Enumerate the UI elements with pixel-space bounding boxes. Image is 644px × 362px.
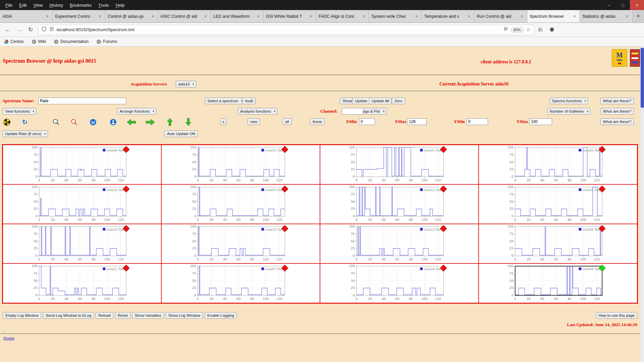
tab-statistics-aidas[interactable]: Statistics @ aidas× xyxy=(580,10,633,22)
tab-close-icon[interactable]: × xyxy=(572,14,577,19)
multi-button[interactable]: multi xyxy=(242,98,256,104)
tab-close-icon[interactable]: × xyxy=(97,14,103,19)
what-are-these-button-3[interactable]: What are these? xyxy=(600,118,634,125)
gallery-cell-aida02[interactable]: 0255075100020406080100120aida02 Rate xyxy=(479,145,637,184)
forward-icon[interactable]: → xyxy=(14,25,24,35)
analysis-functions-dropdown[interactable]: Analysis functions xyxy=(238,108,277,115)
gallery-cell-aida12[interactable]: 0255075100020406080100120aida12 Rate xyxy=(320,184,479,224)
tab-close-icon[interactable]: × xyxy=(203,14,208,19)
x-button[interactable]: x xyxy=(220,118,226,125)
all-button[interactable]: all xyxy=(282,118,292,125)
bookmark-documentation[interactable]: Documentation xyxy=(54,39,89,44)
new-tab-button[interactable]: + xyxy=(633,10,644,22)
maximize-button[interactable]: □ xyxy=(616,0,630,10)
arrow-down-icon[interactable] xyxy=(183,118,193,126)
url-bar[interactable]: localhost:8015/Spectrum/Spectrum.tml 80%… xyxy=(38,25,534,35)
zoom-level-badge[interactable]: 80% xyxy=(511,27,524,33)
empty-log-window-button[interactable]: Empty Log Window xyxy=(3,312,41,319)
red-zoom-icon[interactable] xyxy=(69,118,79,126)
tab-experiment-contro[interactable]: Experiment Contro× xyxy=(53,10,105,22)
show-variables-button[interactable]: Show Variables xyxy=(132,312,164,319)
tab-asic-control-aid[interactable]: ASIC Control @ aid× xyxy=(158,10,211,22)
tab-system-wide-chec[interactable]: System wide Chec× xyxy=(369,10,422,22)
linear-button[interactable]: linear xyxy=(310,118,325,125)
gallery-cell-aida08[interactable]: 0255075100020406080100120aida08 Rate xyxy=(479,263,637,303)
minimize-button[interactable]: – xyxy=(602,0,616,10)
reset-button[interactable]: Reset xyxy=(115,312,130,319)
spectrum-name-input[interactable] xyxy=(38,98,126,104)
home-link[interactable]: Home xyxy=(3,336,14,341)
arrange-functions-dropdown[interactable]: Arrange functions xyxy=(117,108,156,115)
xmin-input[interactable] xyxy=(359,118,375,125)
tab-control-aidas-gs[interactable]: Control @ aidas-gs× xyxy=(105,10,158,22)
update-button[interactable]: Update xyxy=(352,98,370,104)
how-to-use-button[interactable]: How to use this page xyxy=(596,312,637,319)
bookmark-star-icon[interactable]: ☆ xyxy=(526,27,531,33)
gallery-cell-aida01[interactable]: 0255075100020406080100120aida01 Rate xyxy=(161,145,320,184)
close-button[interactable]: × xyxy=(630,0,644,10)
view-functions-dropdown[interactable]: View functions xyxy=(3,108,36,115)
show-log-window-button[interactable]: Show Log Window xyxy=(166,312,203,319)
update-all-button[interactable]: Update All xyxy=(369,98,392,104)
tab-close-icon[interactable]: × xyxy=(150,14,156,19)
tab-fadc-align-cont[interactable]: FADC Align & Cont× xyxy=(316,10,369,22)
channel-input[interactable] xyxy=(342,108,363,115)
tab-close-icon[interactable]: × xyxy=(308,14,314,19)
zero-button[interactable]: Zero xyxy=(392,98,405,104)
scrollbar-thumb[interactable] xyxy=(641,48,644,108)
arrow-up-icon[interactable] xyxy=(165,118,174,126)
menu-help[interactable]: Help xyxy=(112,0,128,10)
shield-extension-icon[interactable] xyxy=(547,25,557,35)
ymax-input[interactable] xyxy=(529,118,552,125)
update-rate-dropdown[interactable]: Update Rate (8 secs) xyxy=(3,130,48,137)
menu-history[interactable]: History xyxy=(46,0,66,10)
tab-led-and-waveform[interactable]: LED and Waveform× xyxy=(211,10,264,22)
menu-view[interactable]: View xyxy=(30,0,46,10)
spectra-functions-dropdown[interactable]: Spectra functions xyxy=(550,98,588,104)
tab-temperature-and-s[interactable]: Temperature and s× xyxy=(422,10,474,22)
refresh-icon[interactable]: ↻ xyxy=(20,118,30,126)
gallery-cell-aida14[interactable]: 0255075100020406080100120aida14 Rate xyxy=(161,224,320,263)
url-text[interactable]: localhost:8015/Spectrum/Spectrum.tml xyxy=(57,27,501,32)
arrow-right-icon[interactable] xyxy=(145,118,156,126)
tab-run-control-aid[interactable]: Run Control @ aid× xyxy=(475,10,527,22)
tab-close-icon[interactable]: × xyxy=(467,14,472,19)
bookmark-forums[interactable]: Forums xyxy=(97,39,117,44)
menu-edit[interactable]: Edit xyxy=(16,0,30,10)
gallery-cell-aida15[interactable]: 0255075100020406080100120aida15 Rate xyxy=(3,184,161,224)
arrow-left-icon[interactable] xyxy=(126,118,137,126)
reader-mode-icon[interactable] xyxy=(503,27,508,33)
gallery-cell-aida16[interactable]: 0255075100020406080100120aida16 Rate xyxy=(320,263,479,303)
tab-close-icon[interactable]: × xyxy=(256,14,261,19)
blue-person-icon[interactable] xyxy=(108,118,118,126)
xmax-input[interactable] xyxy=(407,118,427,125)
page-info-icon[interactable] xyxy=(49,26,54,33)
tab-spectrum-browser[interactable]: Spectrum Browser× xyxy=(527,10,580,22)
gallery-cell-aida05[interactable]: 0255075100020406080100120aida05 Rate xyxy=(320,145,479,184)
bookmark-wiki[interactable]: Wiki xyxy=(32,39,46,44)
menu-tools[interactable]: Tools xyxy=(95,0,112,10)
select-spectrum-dropdown[interactable]: Select a spectrum xyxy=(205,98,245,104)
gallery-cell-aida04[interactable]: 0255075100020406080100120aida04 Rate xyxy=(479,184,637,224)
acquisition-server-select[interactable]: aida16 xyxy=(176,81,196,87)
gallery-cell-aida06[interactable]: 0255075100020406080100120aida06 Rate xyxy=(479,224,637,263)
new-button[interactable]: new xyxy=(248,118,260,125)
tab-close-icon[interactable]: × xyxy=(625,14,630,19)
magic-zoom-icon[interactable] xyxy=(51,118,61,126)
tab-gsi-white-rabbit-t[interactable]: GSI White Rabbit T× xyxy=(264,10,316,22)
reload-icon[interactable]: ↻ xyxy=(25,25,36,35)
bookmark-centos[interactable]: Centos xyxy=(4,39,24,44)
gallery-cell-aida07[interactable]: 0255075100020406080100120aida07 Rate xyxy=(161,263,320,303)
auto-update-button[interactable]: Auto Update ON xyxy=(164,130,198,137)
enable-logging-button[interactable]: Enable Logging xyxy=(205,312,237,319)
menu-file[interactable]: File xyxy=(2,0,16,10)
gallery-cell-aida13[interactable]: 0255075100020406080100120aida13 Rate xyxy=(320,224,479,263)
gallery-cell-aida09[interactable]: 0255075100020406080100120aida09 Rate xyxy=(3,145,161,184)
what-are-these-button-1[interactable]: What are these? xyxy=(600,98,634,104)
gallery-cell-aida03[interactable]: 0255075100020406080100120aida03 Rate xyxy=(161,184,320,224)
blue-chevrons-icon[interactable] xyxy=(88,118,98,126)
tab-close-icon[interactable]: × xyxy=(361,14,366,19)
tab-close-icon[interactable]: × xyxy=(414,14,419,19)
library-icon[interactable] xyxy=(535,25,545,35)
gallery-cell-aida11[interactable]: 0255075100020406080100120aida11 Rate xyxy=(3,263,161,303)
